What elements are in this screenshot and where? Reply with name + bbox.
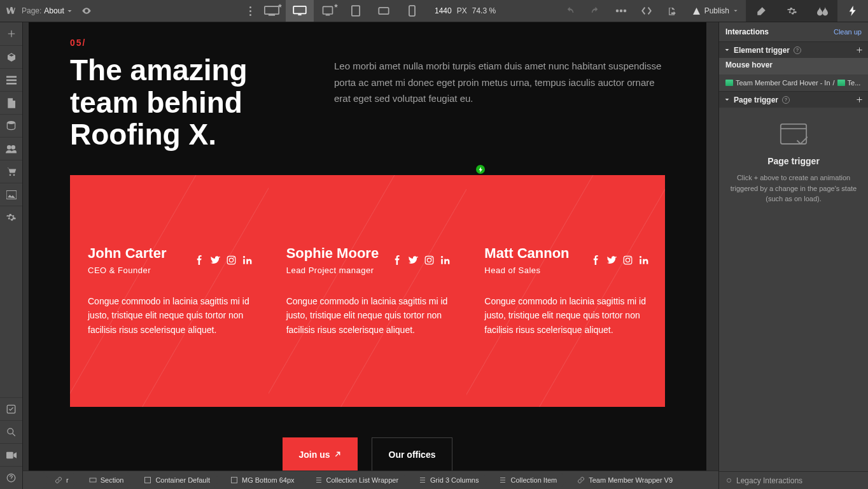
svg-point-16: [7, 145, 11, 150]
svg-point-32: [431, 257, 433, 259]
publish-button[interactable]: Publish: [685, 0, 746, 22]
facebook-icon[interactable]: [393, 255, 402, 265]
redo-icon[interactable]: [583, 0, 608, 22]
join-us-button[interactable]: Join us: [283, 437, 358, 471]
breadcrumb-item[interactable]: r: [48, 471, 78, 489]
bp-mobile-landscape-button[interactable]: [370, 0, 398, 22]
canvas[interactable]: 05/ The amazing team behind Roofing X. L…: [23, 22, 718, 471]
interactions-tab[interactable]: [837, 0, 868, 22]
team-role: CEO & Founder: [88, 266, 251, 275]
breadcrumb-item[interactable]: Collection Item: [487, 471, 566, 489]
settings-tab[interactable]: [776, 0, 807, 22]
instagram-icon[interactable]: [227, 255, 236, 265]
panel-footer[interactable]: Legacy Interactions: [719, 471, 868, 489]
page-heading[interactable]: The amazing team behind Roofing X.: [70, 54, 309, 151]
twitter-icon[interactable]: [211, 255, 220, 265]
linkedin-icon[interactable]: [440, 255, 450, 265]
search-button[interactable]: [0, 420, 22, 443]
cms-button[interactable]: [0, 114, 22, 137]
section-icon: [89, 476, 97, 484]
breadcrumb-item[interactable]: Grid 3 Columns: [407, 471, 487, 489]
linkedin-icon[interactable]: [639, 255, 648, 265]
breadcrumb-item[interactable]: MG Bottom 64px: [219, 471, 304, 489]
team-card[interactable]: Team Member Wrapper V9 Sophie Moore Lead…: [269, 175, 467, 407]
facebook-icon[interactable]: [195, 255, 204, 265]
svg-rect-6: [352, 6, 360, 16]
breadcrumb-item[interactable]: Team Member Wrapper V9: [566, 471, 682, 489]
help-icon[interactable]: ?: [794, 46, 801, 54]
image-thumb-icon: [837, 80, 845, 86]
navigator-button[interactable]: [0, 68, 22, 91]
topbar-left: Page: About: [0, 0, 258, 22]
code-icon[interactable]: [634, 0, 659, 22]
bp-mobile-button[interactable]: [398, 0, 426, 22]
trigger-item[interactable]: Mouse hover: [719, 58, 868, 74]
left-toolbar: [0, 22, 23, 489]
preview-icon[interactable]: [81, 6, 92, 16]
add-element-button[interactable]: [0, 22, 22, 45]
pages-button[interactable]: [0, 91, 22, 114]
breadcrumb-overflow[interactable]: [23, 471, 48, 489]
breakpoint-group: [258, 0, 426, 22]
instagram-icon[interactable]: [623, 255, 633, 265]
breadcrumb-item[interactable]: Section: [78, 471, 133, 489]
page-trigger-section[interactable]: Page trigger ?: [719, 91, 868, 108]
logo-icon[interactable]: [5, 6, 15, 16]
our-offices-button[interactable]: Our offices: [372, 437, 453, 471]
facebook-icon[interactable]: [591, 255, 601, 265]
svg-rect-25: [227, 256, 235, 264]
bp-tablet-button[interactable]: [314, 0, 342, 22]
svg-rect-7: [379, 8, 388, 14]
ecommerce-button[interactable]: [0, 160, 22, 183]
help-icon[interactable]: ?: [782, 96, 790, 104]
svg-rect-30: [426, 256, 434, 264]
svg-point-9: [615, 10, 619, 13]
team-card[interactable]: John Carter CEO & Founder Congue commodo…: [70, 175, 269, 407]
svg-point-10: [619, 10, 622, 13]
interactions-panel: Interactions Clean up Element trigger ? …: [718, 22, 868, 489]
breadcrumb-item[interactable]: Container Default: [132, 471, 219, 489]
svg-point-36: [626, 258, 629, 262]
comments-icon[interactable]: [608, 0, 634, 22]
cleanup-link[interactable]: Clean up: [834, 28, 862, 36]
interaction-badge-icon[interactable]: [475, 164, 486, 175]
users-button[interactable]: [0, 137, 22, 160]
bp-desktop-button[interactable]: [286, 0, 314, 22]
twitter-icon[interactable]: [607, 255, 617, 265]
team-card[interactable]: Matt Cannon Head of Sales Congue commodo…: [466, 175, 665, 407]
help-button[interactable]: [0, 466, 22, 489]
plus-icon[interactable]: [856, 46, 863, 53]
canvas-size[interactable]: 1440 PX 74.3 %: [435, 0, 496, 22]
link-icon: [55, 476, 62, 484]
svg-point-29: [243, 256, 245, 258]
linkedin-icon[interactable]: [242, 255, 252, 265]
element-trigger-section[interactable]: Element trigger ?: [719, 41, 868, 58]
page-name[interactable]: About: [44, 6, 64, 15]
undo-icon[interactable]: [557, 0, 583, 22]
intro-paragraph[interactable]: Leo morbi amet nulla morbi turpis etiam …: [334, 58, 665, 107]
video-button[interactable]: [0, 443, 22, 466]
bp-xl-button[interactable]: [258, 0, 286, 22]
animation-item[interactable]: Team Member Card Hover - In / Te...: [719, 74, 868, 91]
chevron-down-icon[interactable]: [67, 8, 73, 14]
assets-button[interactable]: [0, 183, 22, 206]
svg-point-11: [623, 10, 626, 13]
effects-tab[interactable]: [807, 0, 837, 22]
plus-icon[interactable]: [856, 96, 863, 103]
style-tab[interactable]: [746, 0, 776, 22]
project-settings-button[interactable]: [0, 206, 22, 229]
image-thumb-icon: [725, 80, 733, 86]
instagram-icon[interactable]: [424, 255, 434, 265]
box-icon: [230, 476, 238, 484]
panel-title: Interactions: [725, 27, 769, 36]
export-icon[interactable]: [659, 0, 685, 22]
breadcrumb-item[interactable]: Collection List Wrapper: [304, 471, 408, 489]
audit-button[interactable]: [0, 397, 22, 420]
bp-tablet-portrait-button[interactable]: [342, 0, 370, 22]
team-role: Lead Project manager: [286, 266, 449, 275]
page-label: Page:: [22, 6, 41, 15]
symbols-button[interactable]: [0, 45, 22, 68]
svg-rect-28: [243, 259, 245, 264]
twitter-icon[interactable]: [409, 255, 418, 265]
more-icon[interactable]: [249, 6, 251, 16]
